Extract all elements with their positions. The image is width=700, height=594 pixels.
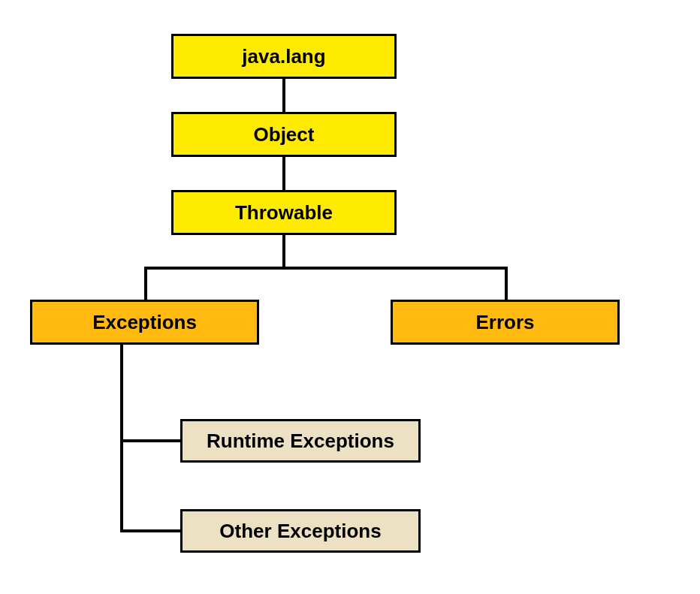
connector-exceptions-vertical: [120, 345, 123, 532]
connector-to-other: [120, 529, 182, 532]
connector-to-exceptions: [144, 267, 147, 300]
node-errors: Errors: [391, 300, 620, 345]
connector-throwable-down: [282, 235, 285, 268]
node-other-exceptions: Other Exceptions: [180, 509, 421, 553]
connector-object-throwable: [282, 157, 285, 190]
connector-javalang-object: [282, 79, 285, 112]
node-object: Object: [171, 112, 397, 157]
node-java-lang: java.lang: [171, 34, 397, 79]
connector-horizontal-split: [144, 267, 508, 270]
node-exceptions: Exceptions: [30, 300, 259, 345]
node-runtime-exceptions: Runtime Exceptions: [180, 419, 421, 463]
connector-to-errors: [505, 267, 508, 300]
connector-to-runtime: [120, 439, 182, 442]
node-throwable: Throwable: [171, 190, 397, 235]
